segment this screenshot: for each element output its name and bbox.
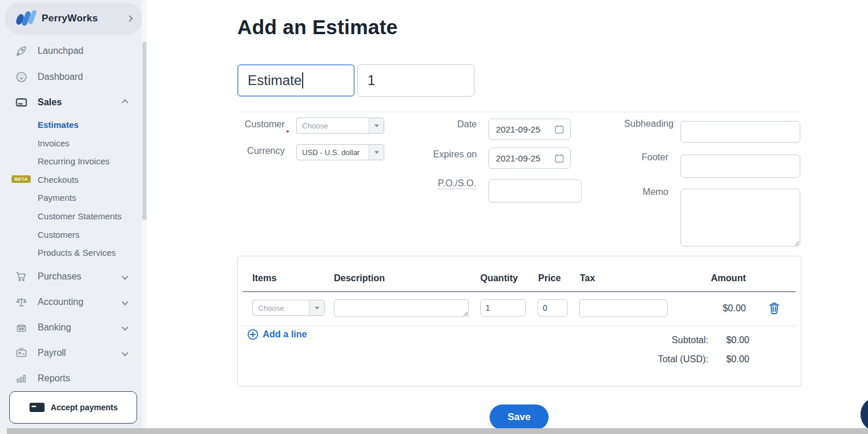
chevron-down-icon (122, 273, 128, 279)
help-button[interactable] (860, 397, 868, 432)
credit-card-filled-icon (29, 402, 45, 413)
sidebar-item-label: Banking (38, 322, 71, 333)
sidebar-item-purchases[interactable]: Purchases (0, 269, 147, 285)
sidebar-item-label: Accounting (38, 297, 83, 307)
chevron-down-icon (122, 350, 128, 356)
sidebar-item-customer-statements[interactable]: Customer Statements (0, 209, 147, 222)
bank-icon (15, 321, 28, 334)
sidebar-item-invoices[interactable]: Invoices (0, 137, 147, 149)
sidebar-item-label: Payroll (38, 348, 66, 358)
sidebar-item-label: Reports (38, 373, 70, 384)
sidebar: PerryWorks Launchpad Dashboard (0, 0, 147, 434)
beta-badge: BETA (12, 175, 31, 183)
tax-input[interactable] (579, 299, 668, 317)
description-textarea[interactable] (334, 299, 469, 317)
item-select[interactable]: Choose (252, 300, 325, 316)
currency-label: Currency (227, 146, 285, 156)
sidebar-item-label: Sales (38, 97, 62, 108)
sidebar-item-checkouts[interactable]: BETA Checkouts (0, 173, 147, 186)
accept-payments-button[interactable]: Accept payments (9, 391, 137, 424)
trash-icon (768, 301, 782, 315)
required-indicator (286, 130, 289, 133)
description-column-header: Description (334, 273, 385, 284)
id-card-icon (15, 347, 28, 359)
app-window: PerryWorks Launchpad Dashboard (0, 0, 868, 434)
plus-circle-icon (247, 329, 259, 340)
estimate-number-input[interactable] (357, 64, 475, 97)
add-line-button[interactable]: Add a line (247, 329, 307, 340)
customer-label: Customer (227, 119, 285, 130)
save-button[interactable]: Save (490, 404, 549, 430)
memo-label: Memo (610, 187, 668, 197)
sidebar-item-banking[interactable]: Banking (0, 319, 147, 336)
dashboard-icon (15, 71, 28, 83)
footer-label: Footer (610, 152, 668, 163)
footer-input[interactable] (681, 155, 800, 178)
date-label: Date (419, 119, 477, 130)
date-input[interactable]: 2021-09-25 (488, 119, 571, 140)
sidebar-item-label: Purchases (38, 271, 82, 282)
text-cursor (302, 72, 303, 89)
select-arrow-icon (369, 145, 384, 160)
cart-icon (15, 270, 28, 283)
app-name: PerryWorks (42, 13, 127, 24)
chevron-up-icon (122, 99, 128, 105)
calendar-icon (554, 124, 564, 134)
rocket-icon (15, 45, 28, 57)
chevron-down-icon (122, 299, 128, 305)
sidebar-item-customers[interactable]: Customers (0, 228, 147, 241)
sidebar-item-payroll[interactable]: Payroll (0, 345, 147, 361)
select-arrow-icon (309, 300, 324, 315)
calendar-icon (554, 153, 564, 163)
sidebar-item-accounting[interactable]: Accounting (0, 294, 147, 310)
sidebar-item-reports[interactable]: Reports (0, 370, 147, 387)
sidebar-item-label: Dashboard (38, 72, 83, 82)
expires-on-input[interactable]: 2021-09-25 (488, 148, 571, 169)
sidebar-item-payments[interactable]: Payments (0, 191, 147, 204)
chevron-right-icon (126, 15, 133, 21)
sidebar-item-label: Launchpad (38, 46, 83, 56)
add-line-label: Add a line (263, 329, 307, 340)
horizontal-scrollbar-thumb[interactable] (7, 428, 868, 434)
sidebar-item-recurring-invoices[interactable]: Recurring Invoices (0, 155, 147, 167)
sidebar-item-launchpad[interactable]: Launchpad (0, 43, 147, 59)
total-value: $0.00 (680, 354, 749, 365)
quantity-input[interactable] (480, 299, 526, 317)
section-divider (237, 112, 801, 112)
perryworks-logo-icon (16, 9, 38, 28)
currency-select[interactable]: USD - U.S. dollar (296, 144, 384, 160)
tax-column-header: Tax (580, 273, 595, 284)
sidebar-item-products-services[interactable]: Products & Services (0, 246, 147, 259)
sidebar-item-estimates[interactable]: Estimates (0, 118, 147, 131)
sidebar-scrollbar-thumb[interactable] (142, 42, 146, 220)
header-underline (242, 291, 796, 292)
memo-textarea[interactable] (681, 189, 800, 247)
customer-select[interactable]: Choose (296, 117, 384, 134)
scale-icon (15, 296, 28, 308)
select-arrow-icon (369, 118, 384, 133)
price-input[interactable] (538, 299, 568, 317)
business-switcher[interactable]: PerryWorks (5, 2, 142, 35)
bar-chart-icon (15, 372, 28, 385)
po-so-input[interactable] (488, 179, 582, 203)
estimate-title-input[interactable]: Estimate (237, 64, 355, 97)
subtotal-value: $0.00 (680, 335, 749, 345)
credit-card-icon (15, 96, 28, 109)
row-separator (242, 326, 796, 326)
delete-row-button[interactable] (768, 301, 782, 316)
quantity-column-header: Quantity (480, 273, 518, 284)
chevron-down-icon (122, 324, 128, 330)
amount-column-header: Amount (676, 273, 746, 284)
price-column-header: Price (538, 273, 561, 284)
amount-value: $0.00 (676, 303, 746, 314)
items-table-card: Items Description Quantity Price Tax Amo… (237, 256, 801, 387)
sidebar-item-dashboard[interactable]: Dashboard (0, 69, 147, 85)
po-so-label: P.O./S.O. (418, 178, 476, 189)
subheading-input[interactable] (681, 121, 800, 143)
page-title: Add an Estimate (237, 16, 398, 39)
items-column-header: Items (252, 273, 277, 284)
accept-payments-label: Accept payments (51, 403, 118, 412)
subheading-label: Subheading (616, 119, 674, 129)
expires-on-label: Expires on (407, 149, 477, 160)
sidebar-item-sales[interactable]: Sales (0, 94, 147, 111)
